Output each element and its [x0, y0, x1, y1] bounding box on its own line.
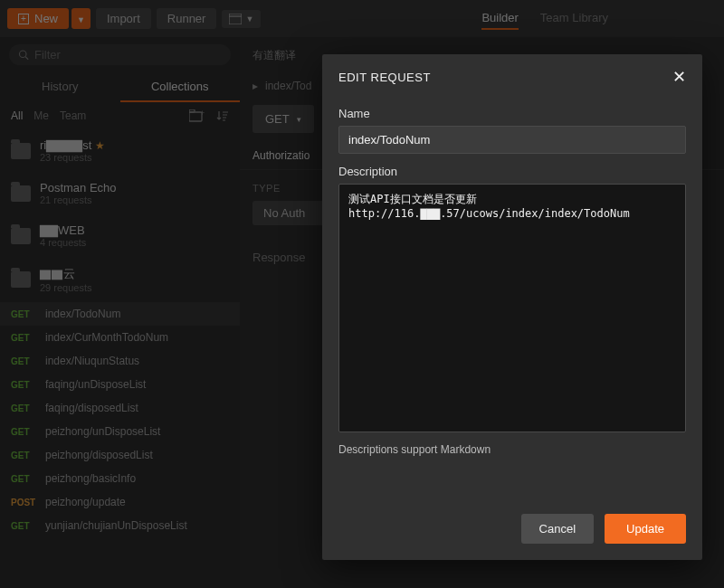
close-icon[interactable]: ✕	[672, 69, 686, 85]
description-textarea[interactable]	[338, 184, 686, 432]
edit-request-modal: EDIT REQUEST ✕ Name Description Descript…	[322, 54, 702, 560]
name-label: Name	[338, 107, 686, 120]
cancel-button[interactable]: Cancel	[521, 514, 594, 544]
modal-title: EDIT REQUEST	[338, 71, 431, 84]
description-label: Description	[338, 165, 686, 178]
update-button[interactable]: Update	[605, 514, 686, 544]
name-input[interactable]	[338, 126, 686, 154]
markdown-hint: Descriptions support Markdown	[338, 443, 686, 456]
